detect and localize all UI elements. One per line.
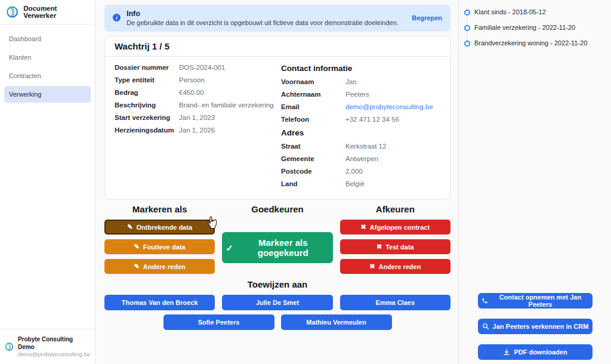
explore-crm-button[interactable]: Jan Peeters verkennen in CRM: [478, 319, 593, 334]
contact-row: Emaildemo@probyteconsulting.be: [281, 103, 440, 111]
mark-column: Markeren als ✎Ontbrekende data ✎Foutieve…: [104, 204, 215, 274]
detail-value: Brand- en familiale verzekering: [179, 101, 274, 109]
detail-row: Bedrag€450.00: [115, 89, 274, 97]
approve-button[interactable]: ✓Markeer als goegekeurd: [222, 232, 332, 263]
right-panel: Klant sinds - 2018-05-12 Familiale verze…: [458, 0, 611, 364]
contact-label: Voornaam: [281, 78, 345, 86]
address-value: Kerkstraat 12: [345, 143, 440, 150]
main-content: i Info De gebruikte data in dit overzich…: [95, 0, 458, 364]
address-label: Straat: [281, 143, 345, 150]
mark-andere-reden-button[interactable]: ✎Andere reden: [104, 259, 215, 274]
address-label: Land: [281, 180, 345, 188]
assign-sofie-button[interactable]: Sofie Peeters: [163, 314, 274, 330]
detail-label: Start verzekering: [115, 114, 179, 122]
detail-row: HerzieningsdatumJan 1, 2026: [115, 127, 274, 134]
footer-account-email: demo@probyteconsulting.be: [18, 351, 90, 358]
reject-andere-reden-button[interactable]: ✖Andere reden: [340, 259, 450, 274]
timeline-item: Brandverzekering woning - 2022-11-20: [459, 39, 611, 47]
banner-dismiss-button[interactable]: Begrepen: [412, 14, 442, 21]
detail-label: Herzieningsdatum: [115, 127, 179, 134]
detail-row: Start verzekeringJan 1, 2023: [115, 114, 274, 122]
approve-heading: Goedkeuren: [222, 204, 332, 214]
footer-account-name: Probyte Consulting Demo: [18, 335, 90, 351]
reject-heading: Afkeuren: [340, 204, 450, 214]
assign-julie-button[interactable]: Julie De Smet: [222, 295, 332, 310]
mark-heading: Markeren als: [104, 204, 215, 214]
right-actions: Contact opnemen met Jan Peeters Jan Peet…: [459, 293, 611, 360]
detail-value: Jan 1, 2026: [179, 127, 274, 134]
detail-value: €450.00: [179, 89, 274, 97]
assign-emma-button[interactable]: Emma Claes: [340, 295, 450, 310]
reject-column: Afkeuren ✖Afgelopen contract ✖Test data …: [340, 204, 450, 274]
detail-label: Bedrag: [115, 89, 179, 97]
x-icon: ✖: [377, 243, 382, 250]
contact-row: AchternaamPeeters: [281, 91, 440, 98]
address-row: Postcode2,000: [281, 168, 440, 175]
assign-thomas-button[interactable]: Thomas Van den Broeck: [104, 295, 215, 310]
address-heading: Adres: [281, 128, 440, 137]
detail-row: Dossier nummerDOS-2024-001: [115, 64, 274, 72]
info-banner: i Info De gebruikte data in dit overzich…: [104, 5, 450, 32]
detail-label: Type entiteit: [115, 76, 179, 84]
pencil-icon: ✎: [127, 224, 132, 230]
check-icon: ✓: [226, 243, 233, 252]
contact-label: Telefoon: [281, 116, 345, 124]
address-value: 2,000: [345, 168, 440, 175]
address-row: GemeenteAntwerpen: [281, 155, 440, 163]
assign-heading: Toewijzen aan: [104, 279, 450, 289]
timeline-item: Familiale verzekering - 2022-11-20: [459, 24, 611, 32]
info-icon: i: [113, 14, 121, 21]
contact-info: Contact informatie VoornaamJan Achternaa…: [281, 64, 440, 193]
contact-value: Peeters: [345, 91, 440, 98]
detail-value: Jan 1, 2023: [179, 114, 274, 122]
timeline-item: Klant sinds - 2018-05-12: [459, 8, 611, 16]
decision-actions: Markeren als ✎Ontbrekende data ✎Foutieve…: [104, 204, 450, 274]
app-title: Document Verwerker: [23, 5, 89, 19]
download-icon: [503, 348, 510, 356]
sidebar-item-klanten[interactable]: Klanten: [4, 49, 91, 66]
contact-label: Achternaam: [281, 91, 345, 98]
person-search-icon: [482, 323, 489, 330]
address-label: Gemeente: [281, 155, 345, 163]
contact-heading: Contact informatie: [281, 64, 440, 73]
address-row: StraatKerkstraat 12: [281, 143, 440, 150]
detail-label: Dossier nummer: [115, 64, 179, 72]
queue-card: Wachtrij 1 / 5 Dossier nummerDOS-2024-00…: [104, 36, 450, 199]
assign-mathieu-button[interactable]: Mathieu Vermeulen: [281, 314, 392, 330]
contact-value: Jan: [345, 78, 440, 86]
x-icon: ✖: [361, 224, 366, 230]
approve-column: Goedkeuren ✓Markeer als goegekeurd: [222, 204, 332, 274]
address-row: LandBelgië: [281, 180, 440, 188]
contact-customer-button[interactable]: Contact opnemen met Jan Peeters: [478, 293, 593, 309]
assign-section: Toewijzen aan Thomas Van den Broeck Juli…: [104, 279, 450, 330]
queue-title: Wachtrij 1 / 5: [105, 36, 450, 57]
reject-afgelopen-contract-button[interactable]: ✖Afgelopen contract: [340, 220, 450, 235]
reject-test-data-button[interactable]: ✖Test data: [340, 239, 450, 254]
detail-value: DOS-2024-001: [179, 64, 274, 72]
sidebar-item-verwerking[interactable]: Verwerking: [4, 86, 91, 103]
download-pdf-button[interactable]: PDF downloaden: [478, 344, 593, 360]
detail-row: BeschrijvingBrand- en familiale verzeker…: [115, 101, 274, 109]
footer-logo-icon: [5, 339, 14, 354]
sidebar-header: Document Verwerker: [0, 0, 95, 24]
sidebar-nav: Dashboard Klanten Contracten Verwerking: [0, 24, 95, 109]
customer-timeline: Klant sinds - 2018-05-12 Familiale verze…: [459, 8, 611, 55]
mark-foutieve-data-button[interactable]: ✎Foutieve data: [104, 239, 215, 254]
address-value: Antwerpen: [345, 155, 440, 163]
sidebar: Document Verwerker Dashboard Klanten Con…: [0, 0, 95, 364]
email-link[interactable]: demo@probyteconsulting.be: [345, 103, 440, 111]
contact-row: Telefoon+32 471 12 34 56: [281, 116, 440, 124]
app-logo-icon: [6, 5, 18, 18]
detail-row: Type entiteitPersoon: [115, 76, 274, 84]
pencil-icon: ✎: [134, 263, 140, 270]
address-value: België: [345, 180, 440, 188]
detail-label: Beschrijving: [115, 101, 179, 109]
phone-icon: [482, 297, 488, 304]
sidebar-item-contracten[interactable]: Contracten: [4, 67, 91, 84]
x-icon: ✖: [369, 263, 375, 270]
dossier-details: Dossier nummerDOS-2024-001 Type entiteit…: [115, 64, 274, 193]
contact-value: +32 471 12 34 56: [345, 116, 440, 124]
info-banner-title: Info: [126, 10, 399, 18]
mark-ontbrekende-data-button[interactable]: ✎Ontbrekende data: [104, 220, 215, 235]
sidebar-item-dashboard[interactable]: Dashboard: [4, 30, 91, 47]
